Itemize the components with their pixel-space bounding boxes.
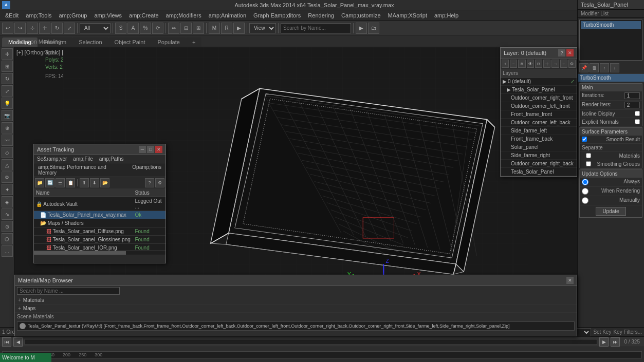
sidebar-move[interactable]: ⊞ <box>2 61 13 72</box>
modifier-trash[interactable]: 🗑 <box>590 63 599 72</box>
menu-tools[interactable]: amp;Tools <box>23 11 54 20</box>
at-menu-paths[interactable]: amp;Paths <box>96 156 127 162</box>
search-input[interactable] <box>281 23 351 33</box>
scene-explorer-button[interactable]: 🗂 <box>368 23 379 34</box>
sidebar-helper[interactable]: ⊕ <box>2 122 13 134</box>
layer-item-sp-inner[interactable]: Solar_panel <box>501 143 577 151</box>
sidebar-select[interactable]: ✛ <box>2 48 13 60</box>
at-menu-server[interactable]: Se&ramp;ver <box>34 156 70 162</box>
sidebar-systems[interactable]: ⚙ <box>2 172 13 183</box>
update-button[interactable]: Update <box>596 207 625 216</box>
percent-snap[interactable]: % <box>140 23 151 34</box>
at-close[interactable]: ✕ <box>155 146 162 153</box>
snap-toggle[interactable]: S <box>115 23 126 34</box>
sidebar-compounds[interactable]: ⬡ <box>2 233 13 244</box>
sidebar-particles[interactable]: ✦ <box>2 184 13 195</box>
timeline-bar[interactable] <box>25 339 597 345</box>
at-details-btn[interactable]: 📋 <box>66 178 75 187</box>
rotate-button[interactable]: ↻ <box>51 23 63 34</box>
mb-materials-section[interactable]: + Materials <box>15 296 577 304</box>
render-button[interactable]: ▶ <box>233 23 245 34</box>
menu-views[interactable]: amp;Views <box>91 11 125 20</box>
mirror-button[interactable]: ⇔ <box>168 23 179 34</box>
sidebar-patch[interactable]: ◈ <box>2 196 13 207</box>
layer-item-solar-panel[interactable]: ▶ Tesla_Solar_Panel <box>501 86 577 94</box>
array-button[interactable]: ⊞ <box>193 23 204 34</box>
render-iters-input[interactable] <box>624 102 640 108</box>
material-editor-button[interactable]: M <box>209 23 220 34</box>
sidebar-shapes[interactable]: ◇ <box>2 147 13 158</box>
at-window-controls[interactable]: ─ □ ✕ <box>139 146 162 153</box>
layer-item-fff[interactable]: Front_frame_front <box>501 110 577 119</box>
modifier-down[interactable]: ↓ <box>610 63 619 72</box>
modifier-turbosmoothItem[interactable]: TurboSmooth <box>581 21 641 29</box>
play-end-button[interactable]: ⏭ <box>611 337 620 347</box>
lw-close[interactable]: ✕ <box>566 49 574 56</box>
menu-group[interactable]: amp;Group <box>56 11 90 20</box>
align-button[interactable]: ⊟ <box>180 23 192 34</box>
sidebar-rotate[interactable]: ↻ <box>2 73 13 84</box>
menu-graph-editors[interactable]: Graph Eamp;ditors <box>250 11 304 20</box>
at-folder-btn[interactable]: 📁 <box>35 178 44 187</box>
lw-add-to-layer[interactable]: → <box>551 60 559 68</box>
sidebar-space-warp[interactable]: 〰 <box>2 135 13 146</box>
table-row[interactable]: 🖼 Tesla_Solar_panel_Glossines.png Found <box>34 236 165 244</box>
layer-item-tsp[interactable]: Tesla_Solar_Panel <box>501 168 577 176</box>
move-button[interactable]: ✛ <box>39 23 50 34</box>
table-row[interactable]: 🔒 Autodesk Vault Logged Out ... <box>34 197 165 211</box>
menu-maxscript[interactable]: MAamp;XScript <box>385 11 430 20</box>
at-help-btn[interactable]: ? <box>145 178 154 187</box>
layers-window-controls[interactable]: ? ✕ <box>558 49 574 56</box>
menu-modifiers[interactable]: amp;Modifiers <box>163 11 205 20</box>
layer-item-oclb[interactable]: Outdoor_corner_left_back <box>501 119 577 127</box>
scale-button[interactable]: ⤢ <box>64 23 75 34</box>
smooth-result-checkbox[interactable] <box>582 137 587 142</box>
lw-freeze[interactable]: ❄ <box>518 60 525 68</box>
layer-item-ocrf[interactable]: Outdoor_corner_right_front <box>501 94 577 102</box>
at-maximize[interactable]: □ <box>147 146 154 153</box>
isoline-checkbox[interactable] <box>635 111 640 116</box>
prev-frame-button[interactable]: ◀ <box>13 337 23 347</box>
menu-edit[interactable]: &Edit <box>2 11 22 20</box>
modifier-pin[interactable]: 📌 <box>579 63 588 72</box>
filter-dropdown[interactable]: All <box>80 23 111 33</box>
layer-item-sfl[interactable]: Side_farme_left <box>501 127 577 135</box>
at-up-btn[interactable]: ⬆ <box>80 178 89 187</box>
menu-customize[interactable]: Camp;ustomize <box>338 11 383 20</box>
materials-checkbox[interactable] <box>586 153 591 158</box>
timeline-ruler-track[interactable]: 0 50 100 150 200 250 300 <box>2 351 642 358</box>
tab-extra[interactable]: + <box>186 37 201 47</box>
render-setup-button[interactable]: R <box>221 23 232 34</box>
lw-add-layer[interactable]: + <box>502 60 509 68</box>
layer-item-ffb[interactable]: Front_frame_back <box>501 135 577 143</box>
undo-button[interactable]: ↩ <box>2 23 13 34</box>
menu-rendering[interactable]: Rendering <box>305 11 337 20</box>
play-button[interactable]: ▶ <box>356 23 367 34</box>
mb-maps-section[interactable]: + Maps <box>15 304 577 313</box>
spinner-snap[interactable]: ⟳ <box>152 23 163 34</box>
explicit-normals-checkbox[interactable] <box>635 119 640 124</box>
when-rendering-radio[interactable] <box>582 188 588 195</box>
layer-item-0[interactable]: ▶ 0 (default) ✓ <box>501 78 577 86</box>
iterations-input[interactable] <box>624 92 640 99</box>
sidebar-scale[interactable]: ⤢ <box>2 85 13 97</box>
at-open-btn[interactable]: 📂 <box>100 178 109 187</box>
mb-search-input[interactable] <box>17 287 120 295</box>
col-status[interactable]: Status <box>133 189 165 197</box>
always-radio[interactable] <box>582 179 588 185</box>
layer-item-ocrb[interactable]: Outdoor_corner_right_back <box>501 160 577 168</box>
layer-item-oclf[interactable]: Outdoor_corner_left_front <box>501 102 577 110</box>
modifier-list[interactable]: TurboSmooth <box>579 20 642 61</box>
layer-item-sfr[interactable]: Side_farme_right <box>501 151 577 160</box>
manually-radio[interactable] <box>582 197 588 204</box>
lw-settings[interactable]: ⚙ <box>568 60 576 68</box>
viewport-dropdown[interactable]: View <box>249 23 276 33</box>
table-row[interactable]: 📂 Maps / Shaders <box>34 219 165 227</box>
sidebar-geometry[interactable]: △ <box>2 159 13 170</box>
at-scrollbar[interactable] <box>34 251 165 255</box>
modifier-up[interactable]: ↑ <box>600 63 609 72</box>
table-row[interactable]: 📄 Tesla_Solar_Panel_max_vray.max Ok <box>34 211 165 219</box>
at-settings-btn[interactable]: ⚙ <box>155 178 164 187</box>
sidebar-nurbs[interactable]: ∿ <box>2 208 13 220</box>
menu-animation[interactable]: amp;Animation <box>206 11 249 20</box>
